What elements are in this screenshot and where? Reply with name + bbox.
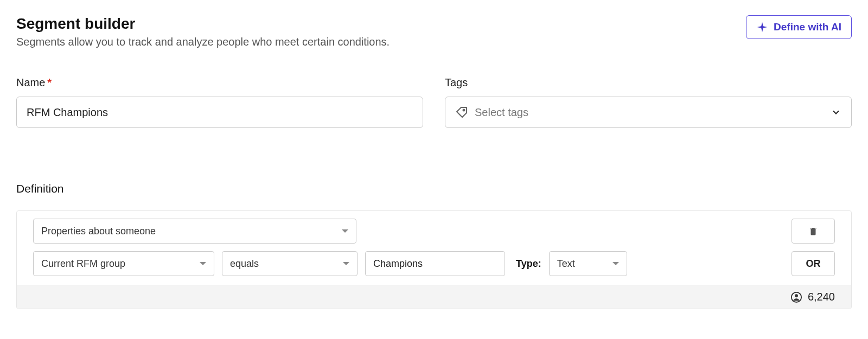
tag-icon bbox=[455, 106, 468, 119]
type-label: Type: bbox=[516, 258, 541, 270]
required-asterisk: * bbox=[47, 76, 52, 88]
page-subtitle: Segments allow you to track and analyze … bbox=[16, 36, 390, 48]
tags-label: Tags bbox=[445, 76, 852, 89]
type-select[interactable]: Text bbox=[549, 251, 627, 276]
tags-placeholder: Select tags bbox=[475, 106, 824, 119]
chevron-down-icon bbox=[343, 262, 349, 265]
person-icon bbox=[790, 291, 802, 303]
trash-icon bbox=[808, 226, 818, 236]
type-value: Text bbox=[557, 258, 575, 270]
or-button[interactable]: OR bbox=[792, 251, 835, 276]
definition-label: Definition bbox=[16, 182, 852, 195]
operator-value: equals bbox=[230, 258, 259, 270]
chevron-down-icon bbox=[342, 229, 348, 233]
name-label: Name* bbox=[16, 76, 423, 89]
chevron-down-icon bbox=[612, 262, 619, 265]
define-with-ai-button[interactable]: Define with AI bbox=[746, 15, 852, 39]
attribute-select[interactable]: Current RFM group bbox=[33, 251, 214, 276]
delete-condition-button[interactable] bbox=[792, 219, 835, 244]
tags-select[interactable]: Select tags bbox=[445, 97, 852, 128]
svg-point-2 bbox=[795, 294, 798, 297]
condition-type-value: Properties about someone bbox=[41, 226, 156, 237]
name-input[interactable] bbox=[16, 97, 423, 128]
condition-type-select[interactable]: Properties about someone bbox=[33, 219, 356, 244]
definition-box: Properties about someone Current RFM gro… bbox=[16, 210, 852, 309]
attribute-value: Current RFM group bbox=[41, 258, 125, 270]
chevron-down-icon bbox=[200, 262, 206, 265]
sparkle-icon bbox=[756, 21, 768, 33]
page-title: Segment builder bbox=[16, 15, 390, 33]
segment-count-bar: 6,240 bbox=[17, 285, 851, 309]
svg-point-0 bbox=[463, 110, 465, 111]
operator-select[interactable]: equals bbox=[222, 251, 358, 276]
segment-count: 6,240 bbox=[808, 291, 835, 303]
chevron-down-icon bbox=[831, 107, 841, 118]
ai-button-label: Define with AI bbox=[774, 21, 841, 33]
value-input[interactable] bbox=[365, 251, 505, 276]
